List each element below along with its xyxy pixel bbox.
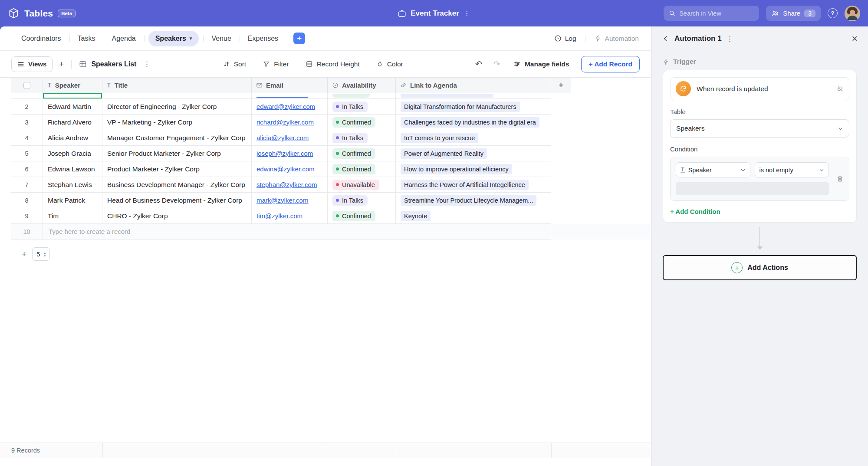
email-link[interactable]: alicia@zylker.com [256,134,309,141]
agenda-cell[interactable]: Streamline Your Product Lifecycle Manage… [396,193,551,208]
row-number-cell[interactable]: 6 [11,161,43,177]
sheet-tab[interactable]: Venue [203,26,239,50]
condition-field-select[interactable]: T Speaker [676,162,750,177]
stepper-up-icon[interactable]: ▴ [44,251,46,254]
title-cell[interactable]: Head of Business Development - Zylker Co… [102,193,252,208]
add-actions-button[interactable]: + Add Actions [663,255,857,280]
record-height-button[interactable]: Record Height [306,60,360,68]
availability-cell[interactable]: Confirmed [328,208,396,224]
agenda-cell[interactable]: Power of Augmented Reality [396,146,551,161]
add-rows-plus-button[interactable]: + [22,249,26,259]
speaker-cell[interactable]: Richard Alvero [43,115,102,130]
close-icon[interactable]: × [852,34,858,44]
email-link[interactable]: mark@zylker.com [256,197,308,204]
agenda-cell[interactable]: Challenges faced by industries in the di… [396,115,551,130]
unlink-icon[interactable] [836,85,844,92]
automation-button[interactable]: Automation [594,35,639,43]
title-cell[interactable]: VP - Marketing - Zylker Corp [102,115,252,130]
title-cell[interactable]: Manager Customer Engagement - Zylker Cor… [102,130,252,146]
views-button[interactable]: Views [11,56,53,72]
agenda-cell[interactable]: IoT comes to your rescue [396,130,551,146]
row-number-cell[interactable]: 2 [11,99,43,115]
agenda-cell[interactable]: How to improve operational efficiency [396,161,551,177]
speaker-cell[interactable]: Alicia Andrew [43,130,102,146]
sort-button[interactable]: Sort [223,60,246,68]
selected-cell-outline[interactable] [43,93,102,99]
add-condition-button[interactable]: + Add Condition [670,208,849,215]
sheet-tab[interactable]: Tasks [69,26,104,50]
agenda-link-chip[interactable]: Power of Augmented Reality [401,148,487,159]
email-cell[interactable]: edwina@zylker.com [252,161,328,177]
agenda-link-chip[interactable]: Streamline Your Product Lifecycle Manage… [401,195,536,206]
row-number-cell[interactable]: 9 [11,208,43,224]
view-kebab-icon[interactable]: ⋮ [143,60,150,68]
email-link[interactable]: edwina@zylker.com [256,165,315,173]
search-box[interactable] [664,6,759,21]
sheet-tab[interactable]: Expenses [240,26,286,50]
avatar[interactable] [845,6,860,21]
add-table-button[interactable]: + [293,33,305,44]
redo-icon[interactable]: ↷ [493,59,500,69]
agenda-link-chip[interactable]: IoT comes to your rescue [401,133,478,143]
availability-cell[interactable]: In Talks [328,99,396,115]
speaker-cell[interactable]: Stephan Lewis [43,177,102,193]
agenda-link-chip[interactable]: How to improve operational efficiency [401,164,512,174]
share-button[interactable]: Share 3 [766,6,821,21]
email-cell[interactable]: joseph@zylker.com [252,146,328,161]
create-record-row[interactable]: 10 Type here to create a record [11,224,651,240]
column-header-email[interactable]: Email [252,78,328,93]
email-cell[interactable]: edward@zylker.com [252,99,328,115]
email-cell[interactable]: tim@zylker.com [252,208,328,224]
email-link[interactable]: stephan@zylker.com [256,181,317,188]
title-cell[interactable]: Director of Engineering - Zylker Corp [102,99,252,115]
row-count-stepper[interactable]: 5 ▴ ▾ [32,247,50,261]
row-number-cell[interactable]: 4 [11,130,43,146]
undo-icon[interactable]: ↶ [475,59,482,69]
title-cell[interactable]: Business Development Manager - Zylker Co… [102,177,252,193]
add-view-button[interactable]: + [59,59,64,69]
email-link[interactable]: edward@zylker.com [256,103,315,110]
column-header-availability[interactable]: Availability [328,78,396,93]
add-record-button[interactable]: + Add Record [581,56,640,72]
row-number-cell[interactable]: 7 [11,177,43,193]
doc-kebab-icon[interactable]: ⋮ [464,9,470,17]
speaker-cell[interactable]: Tim [43,208,102,224]
speaker-cell[interactable]: Edward Martin [43,99,102,115]
row-number-cell[interactable]: 5 [11,146,43,161]
select-all-checkbox[interactable] [23,82,30,89]
log-button[interactable]: Log [554,35,576,43]
search-input[interactable] [679,10,749,17]
sheet-tab[interactable]: Speakers ▾ [144,26,204,50]
agenda-link-chip[interactable]: Keynote [401,211,431,221]
sheet-tab[interactable]: Agenda [104,26,144,50]
trigger-event-row[interactable]: When record is updated [670,77,849,100]
email-link[interactable]: tim@zylker.com [256,212,302,220]
help-button[interactable]: ? [828,8,838,18]
column-header-speaker[interactable]: T Speaker [43,78,102,93]
filter-button[interactable]: Filter [263,60,289,68]
sheet-tab[interactable]: Coordinators [13,26,69,50]
email-link[interactable]: joseph@zylker.com [256,150,313,157]
manage-fields-button[interactable]: Manage fields [513,60,569,68]
automation-kebab-icon[interactable]: ⋮ [727,35,733,43]
email-link[interactable]: richard@zylker.com [256,118,314,126]
availability-cell[interactable]: Confirmed [328,161,396,177]
agenda-link-chip[interactable]: Challenges faced by industries in the di… [401,117,539,128]
create-record-placeholder[interactable]: Type here to create a record [43,224,551,240]
availability-cell[interactable]: Confirmed [328,115,396,130]
stepper-down-icon[interactable]: ▾ [44,254,46,257]
condition-operator-select[interactable]: is not empty [755,162,829,177]
title-cell[interactable]: Product Marketer - Zylker Corp [102,161,252,177]
table-select[interactable]: Speakers [670,119,849,138]
email-cell[interactable]: richard@zylker.com [252,115,328,130]
column-header-title[interactable]: T Title [102,78,252,93]
chevron-left-icon[interactable] [662,35,670,43]
agenda-cell[interactable]: Keynote [396,208,551,224]
email-cell[interactable]: alicia@zylker.com [252,130,328,146]
agenda-link-chip[interactable]: Harness the Power of Artificial Integell… [401,180,529,190]
add-column-button[interactable]: + [551,78,571,93]
availability-cell[interactable]: Confirmed [328,146,396,161]
title-cell[interactable]: CHRO - Zylker Corp [102,208,252,224]
agenda-cell[interactable]: Digital Transformation for Manufacturers [396,99,551,115]
title-cell[interactable]: Senior Product Marketer - Zylker Corp [102,146,252,161]
